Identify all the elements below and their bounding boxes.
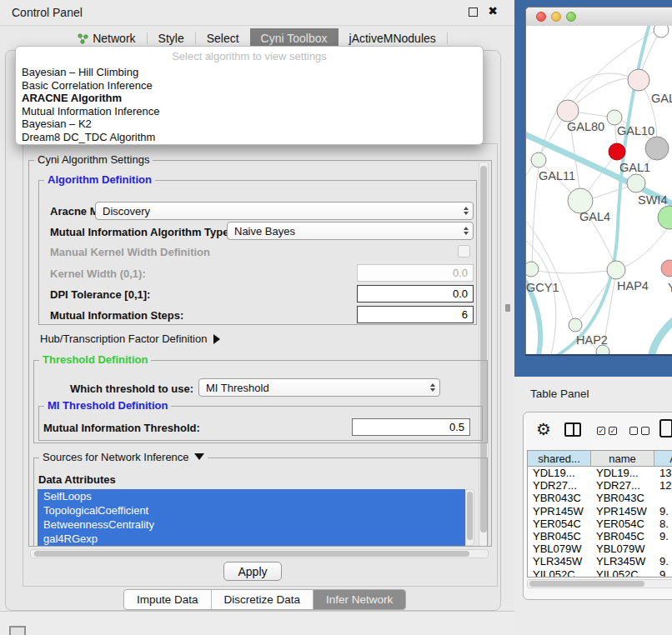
aracne-mode-select[interactable]: Discovery (95, 202, 474, 220)
mi-threshold-field[interactable]: 0.5 (352, 418, 470, 436)
node-label: GAL4 (579, 210, 610, 223)
kernel-width-field[interactable]: 0.0 (357, 264, 474, 282)
dropdown-item[interactable]: Mutual Information Inference (22, 105, 477, 118)
network-node[interactable] (628, 69, 649, 91)
network-node-hap2[interactable] (569, 318, 582, 332)
node-label: SWI4 (638, 193, 667, 207)
combo-stepper-icon (464, 227, 469, 235)
data-attributes-list: SelfLoops TopologicalCoefficient Between… (38, 489, 465, 546)
hub-definition-expander[interactable]: Hub/Transcription Factor Definition (40, 332, 220, 345)
list-vertical-scrollbar-thumb[interactable] (467, 492, 473, 540)
minimized-panel-icon[interactable] (9, 626, 26, 635)
dpi-tolerance-field[interactable]: 0.0 (357, 285, 474, 302)
list-item-selected[interactable]: BetweennessCentrality (38, 518, 465, 532)
mi-type-label: Mutual Information Algorithm Type: (50, 226, 233, 238)
network-node-selected-red[interactable] (609, 143, 625, 160)
combo-stepper-icon (464, 207, 469, 215)
network-window-titlebar (526, 8, 672, 27)
tab-separator (447, 32, 448, 44)
node-label: GAL10 (617, 124, 654, 138)
column-header-name[interactable]: name (591, 451, 654, 466)
table-row[interactable]: YLR345W YLR345W 9. (528, 555, 672, 568)
data-attributes-label: Data Attributes (38, 473, 116, 486)
node-label: HAP4 (617, 279, 649, 292)
network-node-hap4[interactable] (607, 261, 625, 279)
network-graph: GAL GAL80 GAL10 GAL1 GAL11 GAL4 SWI4 GCY… (526, 26, 672, 354)
table-row[interactable]: YDR27... YDR27... 12 (528, 479, 672, 492)
network-canvas[interactable]: GAL GAL80 GAL10 GAL1 GAL11 GAL4 SWI4 GCY… (526, 26, 672, 354)
network-node[interactable] (654, 26, 669, 38)
dpi-tolerance-label: DPI Tolerance [0,1]: (50, 288, 150, 301)
mi-steps-label: Mutual Information Steps: (50, 309, 183, 322)
float-window-icon[interactable] (469, 8, 478, 17)
network-node-gal11[interactable] (531, 152, 546, 168)
network-node-salmon[interactable] (661, 260, 672, 277)
dropdown-item[interactable]: Dream8 DC_TDC Algorithm (22, 131, 477, 144)
zoom-traffic-light[interactable] (566, 12, 576, 22)
table-horizontal-scrollbar[interactable] (527, 579, 672, 588)
table-row[interactable]: YPR145W YPR145W 9. (528, 505, 672, 518)
close-traffic-light[interactable] (536, 12, 546, 22)
dropdown-item[interactable]: Bayesian – K2 (22, 118, 477, 131)
mi-steps-field[interactable]: 6 (357, 306, 474, 323)
table-row[interactable]: YER054C YER054C 8. (528, 518, 672, 530)
tab-discretize-data[interactable]: Discretize Data (212, 590, 314, 609)
collapse-down-icon (194, 453, 204, 460)
list-vertical-scrollbar[interactable] (465, 489, 474, 546)
control-panel-title: Control Panel (12, 6, 83, 19)
node-label: GAL80 (567, 120, 604, 133)
new-table-icon[interactable] (659, 419, 672, 438)
close-icon[interactable]: ✖ (488, 4, 498, 18)
network-node-gray[interactable] (645, 137, 669, 160)
table-row[interactable]: YDL19... YDL19... 13 (528, 467, 672, 479)
table-header-row: shared... name A (528, 451, 672, 467)
network-node-swi4[interactable] (658, 206, 672, 229)
list-item-selected[interactable]: TopologicalCoefficient (38, 503, 465, 518)
tab-impute-data[interactable]: Impute Data (124, 590, 212, 609)
manual-kernel-width-label: Manual Kernel Width Definition (50, 246, 210, 258)
apply-button[interactable]: Apply (223, 562, 282, 581)
column-header-partial[interactable]: A (654, 451, 672, 466)
split-columns-icon[interactable] (564, 422, 581, 437)
table-row[interactable]: YBR045C YBR045C 9. (528, 530, 672, 542)
mi-type-value: Naive Bayes (234, 225, 295, 238)
table-panel: ⚙ ✓✓ shared... name A YDL19... YDL19... … (523, 412, 672, 600)
panel-splitter-grip[interactable] (505, 304, 510, 312)
table-row[interactable]: YBL079W YBL079W (528, 542, 672, 555)
network-view-window: GAL GAL80 GAL10 GAL1 GAL11 GAL4 SWI4 GCY… (525, 7, 672, 354)
select-all-icon[interactable]: ✓✓ (597, 427, 617, 435)
table-panel-title: Table Panel (530, 388, 589, 400)
gear-icon[interactable]: ⚙ (536, 419, 551, 439)
manual-kernel-width-checkbox[interactable] (458, 245, 470, 258)
sources-group-title[interactable]: Sources for Network Inference (39, 451, 208, 463)
dropdown-item-aracne[interactable]: ARACNE Algorithm (22, 92, 477, 105)
table-row[interactable]: YBR043C YBR043C (528, 492, 672, 504)
node-label: GAL11 (539, 169, 575, 182)
hub-definition-label: Hub/Transcription Factor Definition (40, 332, 207, 345)
network-node-gal80[interactable] (557, 100, 579, 122)
network-node-gal1[interactable] (627, 174, 645, 192)
dropdown-placeholder: Select algorithm to view settings (16, 50, 483, 62)
settings-horizontal-scrollbar-thumb[interactable] (34, 551, 469, 557)
table-horizontal-scrollbar-thumb[interactable] (529, 581, 644, 587)
table-row[interactable]: YIL052C YIL052C 9 (528, 568, 672, 578)
which-threshold-select[interactable]: MI Threshold (198, 378, 440, 397)
node-label: HAP2 (576, 333, 608, 347)
minimize-traffic-light[interactable] (551, 12, 561, 22)
table-body: YDL19... YDL19... 13 YDR27... YDR27... 1… (528, 467, 672, 577)
list-item-selected[interactable]: SelfLoops (38, 489, 465, 503)
tab-infer-network[interactable]: Infer Network (313, 590, 405, 609)
select-none-icon[interactable] (629, 427, 649, 435)
dropdown-item[interactable]: Basic Correlation Inference (22, 79, 477, 92)
node-label: GAL (651, 92, 672, 105)
cyni-bottom-tabs: Impute Data Discretize Data Infer Networ… (123, 589, 406, 610)
which-threshold-label: Which threshold to use: (70, 382, 193, 395)
network-node-gcy1[interactable] (526, 262, 539, 277)
network-node-gal10[interactable] (607, 110, 622, 125)
column-header-shared[interactable]: shared... (528, 451, 591, 466)
list-item-selected[interactable]: gal4RGexp (38, 532, 465, 546)
tab-network-label: Network (93, 32, 135, 45)
settings-horizontal-scrollbar[interactable] (30, 549, 489, 558)
dropdown-item[interactable]: Bayesian – Hill Climbing (22, 66, 477, 79)
mi-algorithm-type-select[interactable]: Naive Bayes (227, 222, 474, 240)
